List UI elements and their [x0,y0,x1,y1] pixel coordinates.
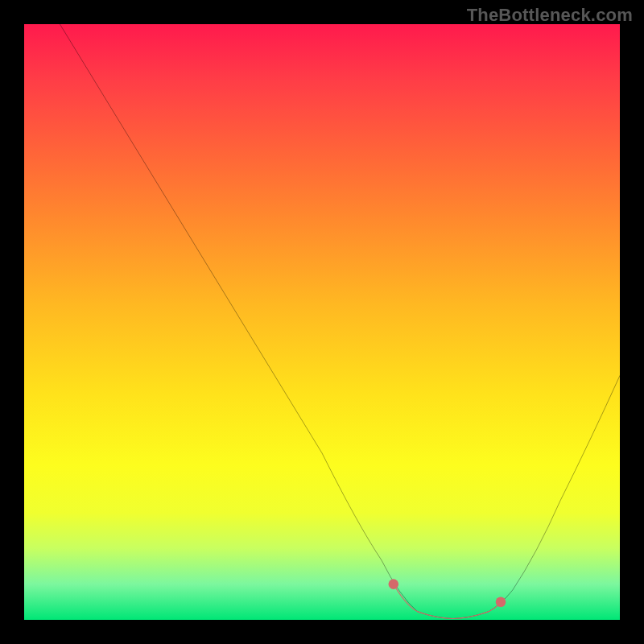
watermark-text: TheBottleneck.com [467,5,633,26]
highlight-dot-left [389,579,399,589]
bottleneck-curve [24,24,620,620]
chart-plot-area [24,24,620,620]
highlight-dot-right [496,597,506,608]
main-curve-path [60,24,620,619]
highlight-segment [394,584,501,619]
